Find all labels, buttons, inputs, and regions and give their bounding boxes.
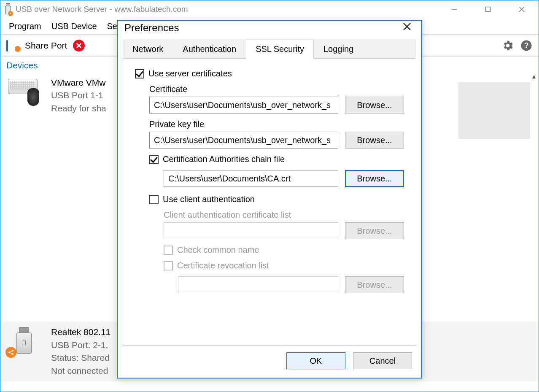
device-connection: Not connected [51,365,110,377]
crl-label: Certificate revocation list [177,261,269,270]
crl-browse-button: Browse... [345,276,404,293]
certificate-label: Certificate [149,84,404,94]
window-controls [437,1,539,18]
ok-button[interactable]: OK [286,352,345,369]
cancel-button[interactable]: Cancel [353,352,412,369]
share-port-button[interactable]: Share Port [25,41,67,51]
help-icon[interactable]: ? [520,39,533,52]
maximize-button[interactable] [471,1,505,18]
device-info: Realtek 802.11 USB Port: 2-1, Status: Sh… [51,326,110,377]
check-common-name-label: Check common name [177,245,259,255]
check-common-name-row: Check common name [164,245,404,255]
tab-network[interactable]: Network [123,40,173,59]
tab-content: Use server certificates Certificate C:\U… [123,59,416,346]
use-client-auth-checkbox[interactable] [149,195,159,204]
device-status: Ready for sha [51,102,106,115]
minimize-button[interactable] [437,1,471,18]
tab-bar: Network Authentication SSL Security Logg… [123,39,416,59]
svg-text:?: ? [524,41,529,50]
use-server-certs-label: Use server certificates [148,69,232,78]
private-key-label: Private key file [149,119,404,129]
unshare-icon[interactable] [73,40,85,51]
device-port: USB Port: 2-1, [51,339,110,351]
dialog-actions: OK Cancel [118,346,421,378]
dialog-titlebar: Preferences [118,21,421,35]
ca-chain-browse-button[interactable]: Browse... [345,170,404,187]
device-info: VMware VMw USB Port 1-1 Ready for sha [51,76,106,115]
use-server-certs-row: Use server certificates [135,69,404,78]
share-port-icon [6,41,19,50]
svg-rect-1 [486,7,490,12]
device-name: Realtek 802.11 [51,326,110,338]
device-status: Status: Shared [51,351,110,364]
tab-authentication[interactable]: Authentication [173,40,246,59]
crl-row: Certificate revocation list [164,261,404,270]
menu-program[interactable]: Program [5,20,46,33]
dialog-title: Preferences [124,22,179,34]
close-icon[interactable] [399,21,415,35]
device-port: USB Port 1-1 [51,89,106,102]
use-client-auth-label: Use client authentication [163,195,255,204]
ca-chain-input[interactable]: C:\Users\user\Documents\CA.crt [164,170,338,187]
usb-wifi-icon: ⎍ [8,326,42,355]
use-server-certs-checkbox[interactable] [135,69,144,78]
check-common-name-checkbox [164,246,173,255]
private-key-browse-button[interactable]: Browse... [345,132,404,149]
certificate-input[interactable]: C:\Users\user\Documents\usb_over_network… [149,97,338,114]
menu-usb-device[interactable]: USB Device [47,20,101,33]
private-key-input[interactable]: C:\Users\user\Documents\usb_over_network… [149,132,338,149]
client-cert-list-label: Client authentication certificate list [164,210,404,220]
crl-checkbox [164,261,173,270]
tab-ssl-security[interactable]: SSL Security [246,40,314,59]
gear-icon[interactable] [501,39,514,52]
use-client-auth-row: Use client authentication [149,195,404,204]
certificate-browse-button[interactable]: Browse... [345,97,404,114]
close-button[interactable] [505,1,539,18]
side-panel-placeholder [458,82,530,139]
window-title: USB over Network Server - www.fabulatech… [16,5,188,14]
ca-chain-row: Certification Authorities chain file [149,154,404,164]
shared-badge-icon [5,347,16,358]
app-icon: • [4,3,12,15]
ca-chain-checkbox[interactable] [149,155,159,164]
preferences-dialog: Preferences Network Authentication SSL S… [117,20,422,378]
ca-chain-label: Certification Authorities chain file [163,154,285,164]
device-name: VMware VMw [51,76,106,89]
scroll-up-arrow[interactable]: ▲ [531,73,537,80]
keyboard-mouse-icon [8,76,42,106]
tab-logging[interactable]: Logging [314,40,363,59]
crl-input [178,276,338,293]
client-cert-list-browse-button: Browse... [345,222,404,239]
main-titlebar: • USB over Network Server - www.fabulate… [0,0,539,18]
client-cert-list-input [164,222,338,239]
